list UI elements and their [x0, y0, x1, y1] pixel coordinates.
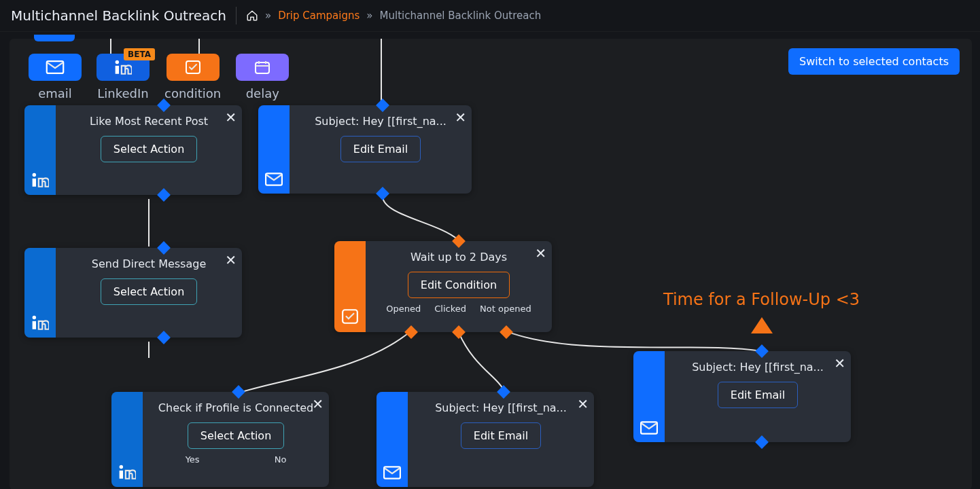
close-icon[interactable]: ✕ [834, 355, 845, 372]
tool-delay[interactable]: delay [236, 54, 289, 101]
close-icon[interactable]: ✕ [225, 109, 237, 126]
svg-point-7 [33, 316, 36, 319]
node-email-top[interactable]: ✕ Subject: Hey [[first_na... Edit Email [258, 105, 472, 194]
branch-opened: Opened [386, 304, 421, 314]
email-subject: Subject: Hey [[first_na... [315, 115, 447, 128]
tool-linkedin-label: LinkedIn [97, 86, 148, 101]
svg-point-5 [33, 173, 36, 177]
yesno-branches: Yes No [186, 454, 287, 465]
followup-callout: Time for a Follow-Up <3 [663, 290, 860, 333]
branch-clicked: Clicked [434, 304, 466, 314]
svg-rect-2 [116, 66, 119, 74]
node-email-right[interactable]: ✕ Subject: Hey [[first_na... Edit Email [633, 351, 851, 442]
close-icon[interactable]: ✕ [312, 396, 323, 412]
linkedin-icon [24, 105, 56, 195]
app-header: Multichannel Backlink Outreach » Drip Ca… [0, 0, 980, 32]
close-icon[interactable]: ✕ [535, 245, 546, 261]
tool-linkedin[interactable]: BETA LinkedIn [97, 54, 150, 101]
linkedin-icon [24, 248, 56, 338]
node-toolbox: email BETA LinkedIn condition delay [29, 54, 289, 101]
svg-point-11 [120, 465, 123, 469]
tool-email[interactable]: email [29, 54, 82, 101]
node-condition[interactable]: ✕ Wait up to 2 Days Edit Condition Opene… [334, 241, 552, 332]
page-title: Multichannel Backlink Outreach [11, 7, 226, 24]
svg-rect-4 [256, 62, 269, 73]
select-action-button[interactable]: Select Action [101, 278, 198, 305]
edit-email-button[interactable]: Edit Email [718, 382, 798, 408]
close-icon[interactable]: ✕ [577, 396, 589, 412]
close-icon[interactable]: ✕ [225, 252, 237, 268]
condition-branches: Opened Clicked Not opened [386, 304, 531, 314]
edit-email-button[interactable]: Edit Email [340, 136, 421, 162]
node-title: Check if Profile is Connected [158, 401, 313, 414]
node-send-dm[interactable]: ✕ Send Direct Message Select Action [24, 248, 242, 338]
condition-icon [334, 241, 366, 332]
tool-condition-label: condition [164, 86, 221, 101]
linkedin-icon [111, 392, 143, 487]
breadcrumb-current: Multichannel Backlink Outreach [380, 10, 542, 22]
cutoff-node [34, 35, 75, 41]
chevron-right-icon: » [265, 10, 271, 22]
node-profile-check[interactable]: ✕ Check if Profile is Connected Select A… [111, 392, 329, 487]
callout-text: Time for a Follow-Up <3 [663, 290, 860, 309]
chevron-right-icon: » [366, 10, 372, 22]
email-icon [633, 351, 665, 442]
condition-icon [167, 54, 220, 81]
svg-rect-12 [120, 471, 123, 479]
svg-rect-8 [33, 321, 36, 329]
edit-condition-button[interactable]: Edit Condition [408, 272, 510, 298]
svg-point-1 [116, 60, 119, 64]
svg-rect-6 [33, 179, 36, 187]
triangle-icon [751, 317, 773, 333]
switch-contacts-button[interactable]: Switch to selected contacts [788, 48, 960, 75]
divider [236, 7, 237, 24]
email-icon [29, 54, 82, 81]
node-email-mid[interactable]: ✕ Subject: Hey [[first_na... Edit Email [377, 392, 594, 487]
home-icon[interactable] [246, 10, 258, 22]
beta-badge: BETA [124, 48, 155, 60]
branch-not-opened: Not opened [480, 304, 531, 314]
tool-delay-label: delay [246, 86, 279, 101]
email-subject: Subject: Hey [[first_na... [692, 361, 824, 374]
node-like-post[interactable]: ✕ Like Most Recent Post Select Action [24, 105, 242, 195]
select-action-button[interactable]: Select Action [101, 136, 198, 162]
edit-email-button[interactable]: Edit Email [461, 422, 541, 449]
close-icon[interactable]: ✕ [455, 109, 466, 126]
condition-title: Wait up to 2 Days [410, 251, 507, 264]
branch-no: No [275, 454, 287, 465]
breadcrumb: » Drip Campaigns » Multichannel Backlink… [246, 10, 541, 22]
calendar-icon [236, 54, 289, 81]
breadcrumb-drip-campaigns[interactable]: Drip Campaigns [278, 10, 360, 22]
email-icon [377, 392, 408, 487]
email-subject: Subject: Hey [[first_na... [435, 401, 567, 414]
tool-condition[interactable]: condition [164, 54, 221, 101]
flow-canvas[interactable]: Switch to selected contacts [10, 39, 972, 489]
tool-email-label: email [38, 86, 72, 101]
select-action-button[interactable]: Select Action [188, 422, 285, 449]
node-title: Like Most Recent Post [90, 115, 208, 128]
node-title: Send Direct Message [92, 257, 207, 270]
branch-yes: Yes [186, 454, 200, 465]
email-icon [258, 105, 290, 194]
